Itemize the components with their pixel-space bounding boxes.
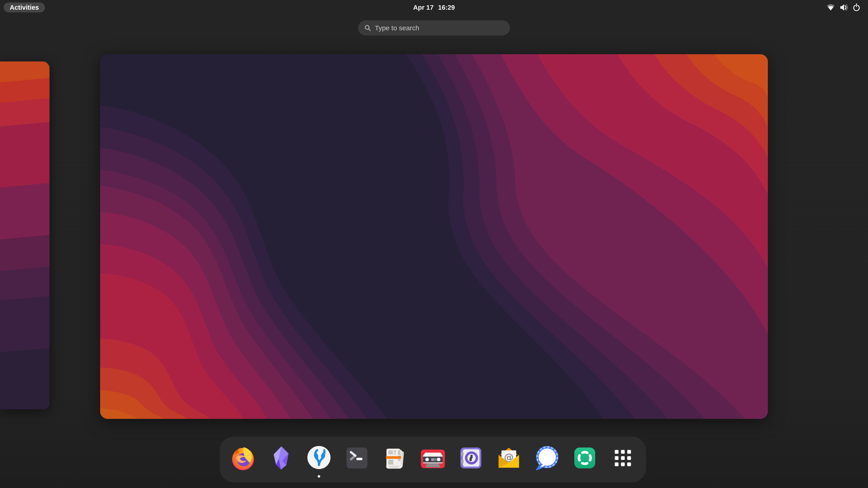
svg-text:NEWS: NEWS — [397, 451, 401, 462]
search-placeholder: Type to search — [375, 24, 419, 32]
power-icon — [852, 3, 861, 12]
clock-date: Apr 17 — [413, 4, 434, 11]
activities-button[interactable]: Activities — [4, 2, 45, 12]
1password-safe-icon — [458, 445, 484, 471]
app-grid-icon — [610, 445, 636, 471]
dock-app-mail[interactable]: @ — [492, 445, 526, 479]
dock-app-firefox[interactable] — [226, 445, 260, 479]
clock-time: 16:29 — [438, 4, 455, 11]
element-icon — [571, 445, 598, 471]
dock-app-1password[interactable] — [454, 445, 488, 479]
console-terminal-icon — [344, 445, 370, 471]
wifi-icon — [826, 3, 835, 12]
dock-app-console[interactable] — [340, 445, 374, 479]
dash-dock: NEWS — [220, 436, 646, 482]
workspace-preview-current[interactable] — [100, 54, 768, 419]
dock-app-news[interactable]: NEWS — [378, 445, 412, 479]
top-bar: Activities Apr 17 16:29 — [0, 0, 868, 15]
workspace-wallpaper — [100, 54, 768, 419]
gnome-overview-screen: Activities Apr 17 16:29 — [0, 0, 868, 488]
running-indicator-dot — [318, 475, 320, 478]
dock-app-cassette[interactable] — [416, 445, 450, 479]
obsidian-icon — [268, 445, 294, 471]
cassette-player-icon — [420, 445, 446, 471]
dock-app-obsidian[interactable] — [264, 445, 298, 479]
workspace-prev-wallpaper — [0, 61, 50, 410]
volume-icon — [839, 3, 848, 12]
dock-app-vesktop[interactable] — [302, 445, 336, 479]
dock-app-element[interactable] — [568, 445, 602, 479]
show-apps-button[interactable] — [606, 445, 640, 479]
dock-app-signal[interactable] — [530, 445, 564, 479]
signal-icon — [533, 445, 560, 471]
geary-mail-icon: @ — [495, 445, 522, 471]
search-icon — [364, 24, 372, 32]
news-reader-icon: NEWS — [381, 445, 408, 471]
workspace-thumbnail-previous[interactable] — [0, 61, 50, 410]
firefox-icon — [230, 445, 256, 471]
vesktop-coral-icon — [306, 445, 332, 471]
search-field[interactable]: Type to search — [358, 20, 510, 35]
clock[interactable]: Apr 17 16:29 — [0, 0, 868, 15]
system-status-area[interactable] — [826, 0, 861, 15]
